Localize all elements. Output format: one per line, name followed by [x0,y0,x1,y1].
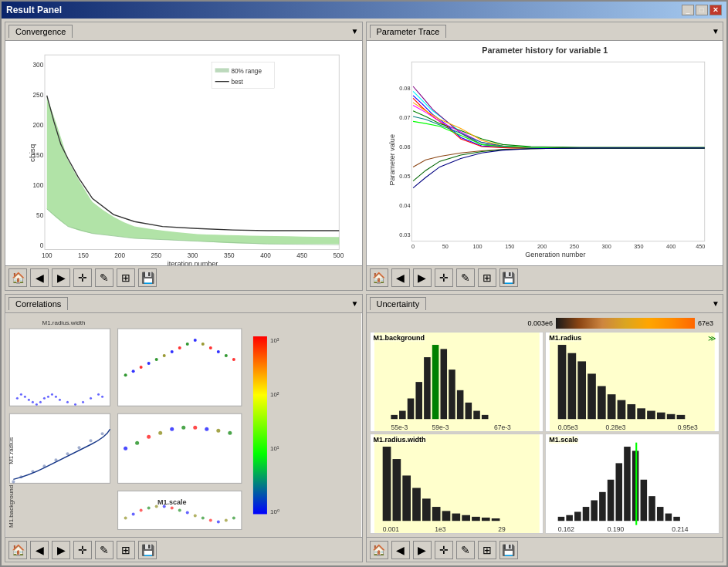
correlations-tab[interactable]: Correlations [8,297,68,310]
svg-point-66 [140,366,143,369]
svg-point-71 [178,346,181,349]
svg-rect-190 [674,517,681,521]
svg-rect-131 [432,345,438,419]
svg-point-56 [59,398,61,400]
uncertainty-grid: 0.003e6 67e3 M1.background [367,313,723,538]
parameter-trace-forward-button[interactable]: ▶ [413,268,432,287]
correlations-copy-button[interactable]: ⊞ [117,541,135,559]
parameter-trace-svg: Parameter history for variable 1 Paramet… [367,41,723,265]
convergence-copy-button[interactable]: ⊞ [117,268,135,287]
parameter-trace-move-button[interactable]: ✛ [435,268,453,287]
svg-rect-176 [567,515,574,520]
uncertainty-move-button[interactable]: ✛ [435,541,453,559]
svg-text:0: 0 [40,242,44,249]
hist-m1-scale-svg: 0.162 0.190 0.214 [546,434,719,533]
svg-point-61 [97,393,100,395]
svg-rect-152 [657,412,665,419]
svg-text:150: 150 [33,152,44,159]
correlations-dropdown-arrow[interactable]: ▼ [351,299,359,308]
parameter-trace-dropdown-arrow[interactable]: ▼ [712,27,720,35]
svg-point-101 [124,516,127,519]
uncertainty-dropdown-arrow[interactable]: ▼ [712,299,720,308]
svg-point-83 [42,464,46,467]
svg-point-68 [155,358,158,361]
svg-rect-150 [638,408,646,419]
svg-text:450: 450 [296,252,307,259]
svg-text:1e3: 1e3 [435,525,446,533]
svg-rect-130 [424,357,431,419]
correlations-edit-button[interactable]: ✎ [95,541,113,559]
svg-rect-151 [647,410,655,419]
uncertainty-copy-button[interactable]: ⊞ [478,541,496,559]
svg-point-82 [31,470,34,473]
svg-rect-147 [608,394,616,419]
svg-text:400: 400 [260,252,271,259]
svg-rect-188 [657,507,664,521]
convergence-move-button[interactable]: ✛ [73,268,92,287]
svg-point-85 [66,452,69,455]
svg-text:0.190: 0.190 [608,525,625,533]
svg-point-102 [132,512,135,515]
maximize-button[interactable]: □ [696,5,708,15]
parameter-trace-tab[interactable]: Parameter Trace [370,25,447,38]
svg-rect-133 [449,370,455,419]
convergence-dropdown-arrow[interactable]: ▼ [351,27,359,35]
uncertainty-home-button[interactable]: 🏠 [370,541,388,559]
svg-rect-145 [587,373,596,419]
svg-point-46 [20,393,22,395]
top-row: Convergence ▼ chisq 0 50 100 150 200 250 [5,22,723,291]
correlations-back-button[interactable]: ◀ [30,541,49,559]
correlations-save-button[interactable]: 💾 [138,541,157,559]
svg-rect-146 [598,386,606,419]
correlations-forward-button[interactable]: ▶ [52,541,70,559]
svg-text:50: 50 [442,243,448,250]
svg-rect-18 [212,62,275,88]
parameter-trace-copy-button[interactable]: ⊞ [478,268,496,287]
svg-point-65 [132,370,135,373]
svg-rect-169 [481,518,489,521]
svg-point-75 [209,346,212,349]
svg-point-55 [55,395,57,397]
svg-text:0.001: 0.001 [382,525,399,533]
parameter-trace-back-button[interactable]: ◀ [391,268,410,287]
uncertainty-tab[interactable]: Uncertainty [370,297,427,310]
svg-point-92 [147,434,151,438]
parameter-trace-home-button[interactable]: 🏠 [370,268,388,287]
convergence-tab[interactable]: Convergence [8,25,73,38]
convergence-panel-header: Convergence ▼ [5,22,362,41]
svg-point-54 [51,393,53,395]
svg-rect-126 [391,414,398,418]
svg-point-84 [54,458,57,461]
svg-rect-180 [599,492,606,521]
uncertainty-forward-button[interactable]: ▶ [413,541,432,559]
svg-point-76 [217,350,220,353]
convergence-panel: Convergence ▼ chisq 0 50 100 150 200 250 [5,22,363,291]
svg-rect-128 [407,398,414,419]
svg-rect-181 [608,480,615,521]
minimize-button[interactable]: _ [682,5,694,15]
svg-point-97 [205,427,208,430]
correlations-home-button[interactable]: 🏠 [8,541,27,559]
correlations-move-button[interactable]: ✛ [73,541,92,559]
parameter-trace-edit-button[interactable]: ✎ [456,268,475,287]
svg-rect-149 [628,403,636,418]
close-button[interactable]: ✕ [709,5,722,15]
svg-rect-160 [392,459,401,521]
convergence-back-button[interactable]: ◀ [30,268,49,287]
uncertainty-save-button[interactable]: 💾 [499,541,518,559]
svg-rect-132 [440,349,447,419]
svg-rect-44 [9,329,110,406]
convergence-forward-button[interactable]: ▶ [52,268,70,287]
uncertainty-back-button[interactable]: ◀ [391,541,410,559]
parameter-trace-save-button[interactable]: 💾 [499,268,518,287]
svg-point-94 [170,427,174,430]
svg-text:10²: 10² [270,391,279,398]
convergence-home-button[interactable]: 🏠 [8,268,27,287]
uncertainty-edit-button[interactable]: ✎ [456,541,475,559]
svg-text:250: 250 [569,243,578,250]
svg-point-87 [90,439,93,442]
svg-text:Generation number: Generation number [525,251,585,258]
convergence-save-button[interactable]: 💾 [138,268,157,287]
svg-point-57 [66,400,69,403]
convergence-edit-button[interactable]: ✎ [95,268,113,287]
